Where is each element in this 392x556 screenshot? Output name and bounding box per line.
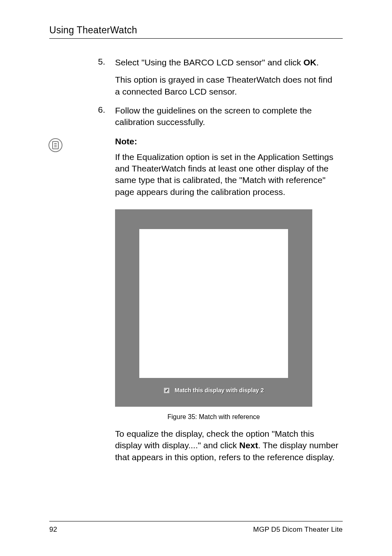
footer: 92 MGP D5 Dicom Theater Lite xyxy=(49,521,343,534)
figure-match-reference: ✓ Match this display with display 2 xyxy=(115,209,312,407)
figure-checkbox-row: ✓ Match this display with display 2 xyxy=(164,387,264,394)
content-area: 5. Select "Using the BARCO LCD sensor" a… xyxy=(49,57,343,463)
page-number: 92 xyxy=(49,526,57,534)
step-6: 6. Follow the guidelines on the screen t… xyxy=(95,105,339,128)
equalize-paragraph: To equalize the display, check the optio… xyxy=(115,428,339,463)
step-sub: This option is grayed in case TheaterWat… xyxy=(115,74,339,97)
note-text: If the Equalization option is set in the… xyxy=(115,151,339,198)
note-icon xyxy=(48,138,62,152)
step-body: Follow the guidelines on the screen to c… xyxy=(115,105,339,128)
step-text-bold: OK xyxy=(303,58,316,67)
note-block: Note: If the Equalization option is set … xyxy=(115,137,339,198)
footer-title: MGP D5 Dicom Theater Lite xyxy=(253,526,343,534)
equalize-bold: Next xyxy=(239,440,258,450)
match-display-checkbox[interactable]: ✓ xyxy=(164,387,170,394)
step-body: Select "Using the BARCO LCD sensor" and … xyxy=(115,57,339,97)
step-5: 5. Select "Using the BARCO LCD sensor" a… xyxy=(95,57,339,97)
figure-white-area xyxy=(139,229,288,378)
figure-wrap: ✓ Match this display with display 2 xyxy=(115,209,312,407)
step-text-pre: Follow the guidelines on the screen to c… xyxy=(115,106,312,127)
match-display-label: Match this display with display 2 xyxy=(175,387,264,394)
step-number: 6. xyxy=(95,105,105,128)
note-label: Note: xyxy=(115,137,339,146)
running-head: Using TheaterWatch xyxy=(49,25,343,39)
step-number: 5. xyxy=(95,57,105,97)
figure-caption: Figure 35: Match with reference xyxy=(115,413,312,421)
document-icon xyxy=(52,141,59,149)
step-text-post: . xyxy=(316,58,319,67)
step-text-pre: Select "Using the BARCO LCD sensor" and … xyxy=(115,58,303,67)
